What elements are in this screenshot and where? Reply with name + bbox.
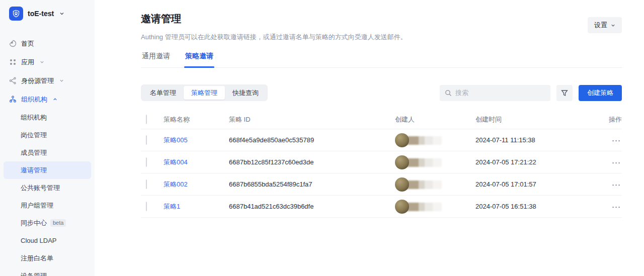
workspace-switcher[interactable]: toE-test [0, 6, 95, 21]
settings-button[interactable]: 设置 [588, 17, 622, 33]
row-actions-menu[interactable]: ··· [602, 138, 622, 142]
policy-id: 668f4e5a9de850ae0c535789 [229, 136, 395, 144]
created-time: 2024-07-05 16:51:38 [475, 203, 602, 210]
workspace-name: toE-test [28, 10, 54, 18]
policy-table: 策略名称 策略 ID 创建人 创建时间 操作 策略005 668f4e5a9de… [141, 110, 622, 218]
policy-name-link[interactable]: 策略002 [164, 180, 229, 189]
row-actions-menu[interactable]: ··· [602, 205, 622, 209]
table-row: 策略005 668f4e5a9de850ae0c535789 2024-07-1… [141, 129, 622, 151]
avatar [395, 133, 409, 147]
sidebar-subitem-user-group-mgmt[interactable]: 用户组管理 [4, 197, 91, 214]
sidebar-subitem-label: Cloud LDAP [21, 237, 57, 244]
sidebar-nav: 首页 应用 [0, 34, 95, 276]
app-window: toE-test 首页 应用 [0, 0, 644, 276]
policy-name-link[interactable]: 策略005 [164, 136, 229, 145]
sidebar-subitem-invitation-mgmt[interactable]: 邀请管理 [4, 161, 91, 179]
sidebar-item-label: 组织机构 [21, 96, 47, 103]
policy-name-link[interactable]: 策略1 [164, 202, 229, 211]
filter-button[interactable] [556, 85, 573, 101]
sidebar-subitem-label: 邀请管理 [21, 166, 47, 175]
sidebar-item-label: 身份源管理 [21, 77, 54, 84]
dashboard-icon [9, 40, 17, 47]
filter-icon [561, 89, 568, 97]
toolbar: 名单管理 策略管理 快捷查询 创建策略 [141, 84, 622, 101]
created-time: 2024-07-05 17:01:57 [475, 180, 602, 188]
col-header-actions: 操作 [602, 115, 622, 124]
row-checkbox[interactable] [146, 135, 147, 145]
tab-bar: 通用邀请 策略邀请 [141, 52, 622, 68]
sidebar-subitem-label: 组织机构 [21, 113, 47, 122]
beta-badge: beta [50, 219, 66, 227]
chevron-down-icon [59, 78, 64, 83]
select-all-checkbox[interactable] [146, 115, 147, 124]
chevron-down-icon [59, 11, 64, 16]
sidebar-item-identity-sources[interactable]: 身份源管理 [0, 71, 95, 90]
created-time: 2024-07-05 17:21:22 [475, 158, 602, 166]
avatar [395, 177, 409, 192]
sidebar-item-organization[interactable]: 组织机构 [0, 90, 95, 109]
created-time: 2024-07-11 11:15:38 [475, 136, 602, 144]
apps-icon [9, 58, 17, 66]
sidebar-subitem-position-mgmt[interactable]: 岗位管理 [4, 126, 91, 144]
col-header-created-time: 创建时间 [475, 115, 602, 124]
tab-general-invitation[interactable]: 通用邀请 [141, 52, 171, 67]
policy-id: 6687bb12c85f1237c60ed3de [229, 158, 395, 166]
policy-id: 6687b41ad521c63dc39b6dfe [229, 203, 395, 210]
tab-policy-invitation[interactable]: 策略邀请 [184, 52, 214, 67]
sidebar-subitem-cloud-ldap[interactable]: Cloud LDAP [4, 232, 91, 249]
sidebar-item-home[interactable]: 首页 [0, 34, 95, 53]
search-icon [445, 89, 452, 97]
chevron-up-icon [53, 97, 57, 102]
segment-policy-mgmt[interactable]: 策略管理 [184, 86, 225, 100]
sidebar-subitem-member-mgmt[interactable]: 成员管理 [4, 144, 91, 161]
col-header-creator: 创建人 [395, 115, 475, 124]
row-checkbox[interactable] [146, 157, 147, 167]
sidebar-subitem-label: 注册白名单 [21, 254, 53, 263]
avatar [395, 155, 409, 169]
page-header: 邀请管理 Authing 管理员可以在此处获取邀请链接，或通过邀请名单与策略的方… [141, 12, 622, 42]
creator-cell [395, 200, 450, 214]
share-icon [9, 77, 17, 84]
table-row: 策略004 6687bb12c85f1237c60ed3de 2024-07-0… [141, 151, 622, 173]
chevron-down-icon [40, 60, 44, 64]
sidebar-subitem-registration-whitelist[interactable]: 注册白名单 [4, 249, 91, 267]
policy-name-link[interactable]: 策略004 [164, 158, 229, 167]
org-icon [9, 96, 17, 103]
sidebar: toE-test 首页 应用 [0, 0, 95, 276]
sidebar-item-apps[interactable]: 应用 [0, 53, 95, 71]
sidebar-subitem-label: 岗位管理 [21, 131, 47, 140]
row-checkbox[interactable] [146, 202, 147, 211]
col-header-policy-name: 策略名称 [164, 115, 229, 124]
segment-quick-query[interactable]: 快捷查询 [225, 86, 266, 100]
row-actions-menu[interactable]: ··· [602, 182, 622, 187]
row-actions-menu[interactable]: ··· [602, 160, 622, 164]
segment-list-mgmt[interactable]: 名单管理 [142, 86, 184, 100]
policy-id: 6687b6855bda5254f89c1fa7 [229, 180, 395, 188]
sidebar-subitem-label: 设备管理 [21, 271, 47, 276]
col-header-policy-id: 策略 ID [229, 115, 395, 124]
search-input[interactable] [455, 89, 545, 97]
segmented-control: 名单管理 策略管理 快捷查询 [141, 84, 268, 101]
settings-button-label: 设置 [594, 21, 607, 30]
sidebar-subitem-sync-center[interactable]: 同步中心 beta [4, 214, 91, 232]
create-policy-button[interactable]: 创建策略 [579, 85, 622, 101]
table-header-row: 策略名称 策略 ID 创建人 创建时间 操作 [141, 110, 622, 129]
table-row: 策略1 6687b41ad521c63dc39b6dfe 2024-07-05 … [141, 196, 622, 218]
sidebar-subitem-public-account-mgmt[interactable]: 公共账号管理 [4, 179, 91, 197]
sidebar-item-label: 首页 [21, 40, 34, 47]
sidebar-subitem-label: 用户组管理 [21, 201, 53, 210]
sidebar-subitem-label: 成员管理 [21, 148, 47, 157]
sidebar-item-label: 应用 [21, 59, 34, 65]
row-checkbox[interactable] [146, 179, 147, 189]
sidebar-subitem-label: 同步中心 [21, 219, 47, 228]
table-row: 策略002 6687b6855bda5254f89c1fa7 2024-07-0… [141, 173, 622, 196]
page-title: 邀请管理 [141, 12, 407, 26]
sidebar-subitem-device-mgmt[interactable]: 设备管理 [4, 267, 91, 276]
creator-cell [395, 155, 450, 169]
sidebar-subitem-label: 公共账号管理 [21, 183, 60, 193]
shield-icon [9, 7, 23, 21]
sidebar-subitem-org-structure[interactable]: 组织机构 [4, 109, 91, 126]
avatar [395, 200, 409, 214]
search-box [440, 85, 550, 101]
chevron-down-icon [611, 23, 615, 28]
